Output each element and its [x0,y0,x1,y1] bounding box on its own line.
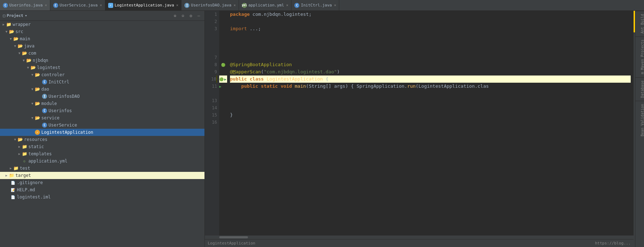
warning-indicator [634,11,635,23]
folder-icon: 📂 [9,29,14,34]
code-line-13 [230,97,631,104]
tree-item-userservice[interactable]: C UserService [0,122,204,129]
yaml-file-icon: ⚙ [22,159,27,164]
code-line-7 [230,54,631,61]
gutter: 🟢 🟢▶ ▶ [219,11,227,235]
tree-item-logintest[interactable]: ▼ 📂 logintest [0,64,204,71]
tree-item-java[interactable]: ▼ 📂 java [0,42,204,50]
project-tree: ▶ 📁 wrapper ▼ 📂 src ▼ 📂 main [0,21,204,247]
folder-icon: 📂 [34,115,40,120]
tree-item-target[interactable]: ▶ 📁 target [0,172,204,179]
tree-item-userinfodao[interactable]: I UserinfosDAO [0,93,204,100]
arrow-icon: ▼ [9,37,13,41]
tab-label: Userinfos.java [9,3,43,8]
tree-item-test[interactable]: ▶ 📁 test [0,165,204,172]
yaml-icon: yml [242,3,247,8]
settings-button[interactable]: ⚙ [188,13,194,19]
tree-label: application.yml [28,159,67,164]
folder-icon: 📂 [17,137,23,142]
tree-item-controler[interactable]: ▼ 📂 controler [0,71,204,78]
tab-label: application.yml [248,3,284,8]
tab-logintestapp[interactable]: ⚡ LogintestApplication.java × [105,0,182,10]
tree-label: resources [24,137,47,142]
tab-appyml[interactable]: yml application.yml × [239,0,291,10]
run-icon-2[interactable]: ▶ [224,77,226,81]
folder-icon: 📂 [17,44,23,49]
tree-item-resources[interactable]: ▼ 📂 resources [0,136,204,143]
java-c-icon: C [294,3,299,8]
tree-item-iml[interactable]: 📄 logintest.iml [0,193,204,201]
tab-userinfodao[interactable]: I UserinfosDAO.java × [181,0,239,10]
code-line-12 [230,90,631,97]
horizontal-scrollbar[interactable] [205,235,634,239]
arrow-icon: ▼ [30,102,34,105]
arrow-icon: ▶ [9,166,13,170]
tree-item-logintestapp[interactable]: ⚡ LogintestApplication [0,129,204,136]
tab-close-icon[interactable]: × [176,3,178,7]
run-arrow-icon[interactable]: ▶ [219,84,221,88]
tree-item-com[interactable]: ▼ 📂 com [0,50,204,57]
tab-close-icon[interactable]: × [286,3,288,7]
tree-item-src[interactable]: ▼ 📂 src [0,28,204,35]
warning-indicator-2 [634,23,635,32]
tab-userinfos[interactable]: C Userinfos.java × [0,0,50,10]
tree-label: controler [41,72,65,77]
tree-label: dao [41,87,49,92]
tree-item-helpmd[interactable]: 📝 HELP.md [0,186,204,193]
tree-item-static[interactable]: ▶ 📁 static [0,143,204,150]
tab-userservice[interactable]: C UserService.java × [50,0,105,10]
tree-label: HELP.md [17,187,35,192]
tab-close-icon[interactable]: × [100,3,102,7]
class-c-icon: C [42,108,47,113]
arrow-icon: ▼ [13,138,17,141]
maven-button[interactable]: m Maven Projects [635,36,644,77]
arrow-icon: ▶ [1,23,6,26]
ant-build-button[interactable]: Ant Build [635,11,644,36]
tree-item-templates[interactable]: ▶ 📁 templates [0,150,204,157]
dropdown-icon[interactable]: ▾ [25,13,27,18]
tree-item-appyml[interactable]: ⚙ application.yml [0,157,204,165]
tree-item-wrapper[interactable]: ▶ 📁 wrapper [0,21,204,28]
md-icon: 📝 [10,187,16,192]
code-line-16 [230,119,631,126]
tree-item-service[interactable]: ▼ 📂 service [0,114,204,122]
tab-close-icon[interactable]: × [334,3,336,7]
tab-initctrl[interactable]: C InitCtrl.java × [291,0,339,10]
bean-validation-button[interactable]: Bean Validation [635,101,644,139]
project-icon: □ [3,13,5,18]
tree-item-njbdqn[interactable]: ▼ 📂 njbdqn [0,57,204,64]
collapse-button[interactable]: ⊖ [180,13,186,19]
tree-label: static [28,144,44,149]
tree-item-module[interactable]: ▼ 📂 module [0,100,204,107]
tree-label: src [15,29,23,34]
tree-item-gitignore[interactable]: 📄 .gitignore [0,179,204,186]
tree-item-initctrl[interactable]: C InitCtrl [0,78,204,86]
tab-label: InitCtrl.java [301,3,332,8]
tree-label: com [28,51,36,56]
java-c-icon: C [53,3,58,8]
tree-item-userinfos[interactable]: C Userinfos [0,107,204,114]
folder-icon: 📁 [22,151,27,156]
tab-label: LogintestApplication.java [115,3,174,8]
panel-title: □ Project ▾ [3,13,27,18]
tree-item-main[interactable]: ▼ 📂 main [0,35,204,42]
arrow-icon: ▶ [17,145,22,148]
folder-icon: 📂 [34,72,40,77]
tab-close-icon[interactable]: × [45,3,47,7]
arrow-icon: ▼ [26,66,30,69]
bean-icon: 🟢 [221,63,225,67]
code-content[interactable]: package com.njbdqn.logintest; import ...… [227,11,634,235]
minimize-button[interactable]: – [196,13,202,19]
code-editor: 1 2 3 7 8 9 10 11 13 14 15 [205,11,634,235]
tree-label: UserinfosDAO [49,94,80,99]
code-line-10: public class LogintestApplication { [230,76,631,83]
java-c-icon: C [3,3,8,8]
tree-label: java [24,44,34,49]
tree-item-dao[interactable]: ▼ 📂 dao [0,86,204,93]
class-i-icon: I [42,94,47,99]
database-button[interactable]: Database [635,77,644,101]
app-icon: ⚡ [108,3,113,8]
run-icon-1[interactable]: 🟢 [219,77,224,81]
sync-button[interactable]: ⊕ [172,13,178,19]
tab-close-icon[interactable]: × [234,3,236,7]
